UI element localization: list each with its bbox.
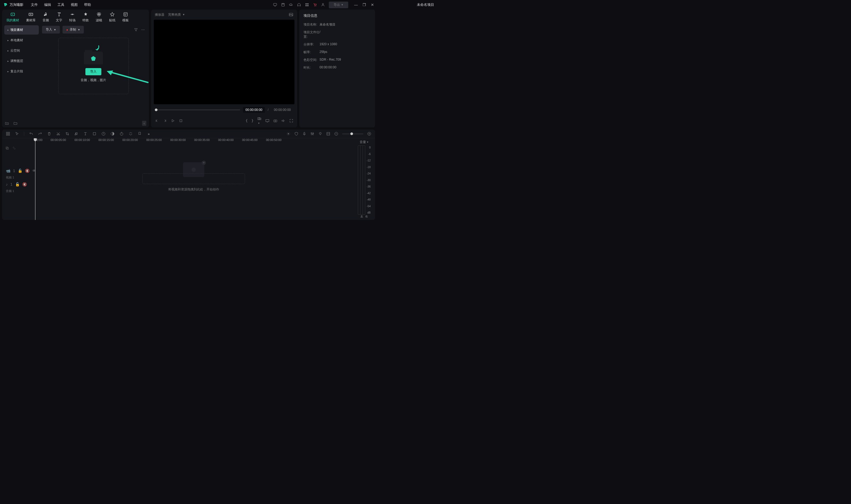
tab-templates[interactable]: 模板 (122, 12, 129, 23)
copy-icon[interactable] (5, 146, 9, 150)
cut-icon[interactable] (56, 132, 60, 136)
mark-out-icon[interactable]: } (251, 119, 254, 123)
next-frame-icon[interactable] (163, 119, 167, 123)
stop-icon[interactable] (179, 119, 183, 123)
sidebar-cloud[interactable]: 云空间 (4, 46, 39, 55)
monitor-icon[interactable] (273, 3, 277, 7)
playhead[interactable] (35, 138, 35, 220)
timer-icon[interactable] (120, 132, 124, 136)
menu-tools[interactable]: 工具 (57, 2, 65, 7)
play-icon[interactable] (171, 119, 175, 123)
speed-icon[interactable] (101, 132, 106, 136)
cursor-icon[interactable] (15, 132, 19, 136)
menu-view[interactable]: 视图 (71, 2, 78, 7)
import-dropdown[interactable]: 导入▼ (42, 26, 60, 34)
cloud-icon[interactable] (289, 3, 293, 7)
tab-transition[interactable]: 转场 (69, 12, 75, 23)
apps-icon[interactable] (305, 3, 309, 7)
svg-point-10 (315, 6, 316, 6)
preview-viewport[interactable] (154, 20, 294, 104)
export-button[interactable]: 导出▼ (329, 2, 348, 8)
tab-filters[interactable]: 滤镜 (96, 12, 102, 23)
preview-progress-bar[interactable] (155, 109, 240, 110)
tab-stock[interactable]: 素材库 (26, 12, 36, 23)
snapshot-icon[interactable] (289, 12, 293, 17)
delete-icon[interactable] (47, 132, 51, 136)
redo-icon[interactable] (38, 132, 42, 136)
menu-file[interactable]: 文件 (31, 2, 38, 7)
shape-icon[interactable] (92, 132, 96, 136)
svg-rect-4 (300, 5, 301, 6)
mic-icon[interactable] (302, 132, 306, 136)
sidebar-adjustment[interactable]: 调整图层 (4, 56, 39, 66)
mute-icon2[interactable]: 🔇 (22, 182, 27, 186)
zoom-out-icon[interactable] (334, 132, 338, 136)
close-button[interactable]: ✕ (371, 3, 374, 7)
lock-icon[interactable]: 🔓 (18, 168, 22, 173)
svg-rect-26 (266, 120, 269, 122)
menu-help[interactable]: 帮助 (84, 2, 91, 7)
zoom-in-icon[interactable] (367, 132, 372, 136)
timeline-tracks[interactable]: 00:00 00:00:05:00 00:00:10:00 00:00:15:0… (34, 138, 353, 220)
unlink-icon[interactable] (12, 146, 16, 150)
ratio-icon[interactable]: ▼ (257, 116, 261, 125)
more-icon[interactable]: ⋯ (141, 28, 145, 32)
quality-select[interactable]: 完整画质▼ (168, 13, 185, 17)
save-icon[interactable] (281, 3, 285, 7)
marker-icon[interactable] (138, 132, 142, 136)
collapse-sidebar-icon[interactable]: ‹ (142, 121, 146, 126)
import-button[interactable]: 导入 (85, 68, 101, 75)
sidebar-project-assets[interactable]: 项目素材 (4, 25, 39, 35)
user-icon[interactable] (321, 3, 325, 7)
sidebar-local-assets[interactable]: 本地素材 (4, 36, 39, 45)
lock-icon2[interactable]: 🔓 (15, 182, 20, 186)
import-dropzone[interactable]: 导入 音频，视频，图片 (58, 38, 129, 94)
tab-effects[interactable]: 特效 (83, 12, 89, 23)
filter-icon[interactable] (134, 28, 138, 32)
svg-rect-0 (273, 3, 277, 5)
color-icon[interactable] (110, 132, 115, 136)
info-label-path: 项目文件位置: (304, 30, 320, 39)
svg-rect-7 (306, 5, 307, 6)
svg-point-11 (322, 3, 324, 5)
grid-icon[interactable] (6, 132, 10, 136)
mute-icon[interactable]: 🔇 (25, 168, 30, 173)
record-dropdown[interactable]: ●录制▼ (62, 26, 84, 34)
tab-stickers[interactable]: 贴纸 (109, 12, 115, 23)
folder-icon2[interactable] (13, 121, 18, 126)
prev-frame-icon[interactable] (155, 119, 159, 123)
maximize-button[interactable]: ❐ (363, 3, 366, 7)
fullscreen-icon[interactable] (289, 119, 293, 123)
undo-icon[interactable] (29, 132, 33, 136)
zoom-slider[interactable] (342, 133, 363, 134)
new-folder-icon[interactable] (5, 121, 9, 126)
auto-icon[interactable] (286, 132, 290, 136)
music-icon[interactable] (74, 132, 78, 136)
display-icon[interactable] (265, 119, 270, 123)
app-logo: 万兴喵影 (3, 2, 23, 7)
menu-edit[interactable]: 编辑 (44, 2, 51, 7)
crop-icon[interactable] (65, 132, 69, 136)
more-tools-icon[interactable]: » (147, 132, 151, 136)
mixer-icon[interactable] (310, 132, 314, 136)
text-icon[interactable] (83, 132, 88, 136)
sidebar-compound[interactable]: 复合片段 (4, 67, 39, 76)
tab-my-assets[interactable]: 我的素材 (6, 12, 19, 23)
cart-icon[interactable] (313, 3, 317, 7)
shield-icon[interactable] (294, 132, 298, 136)
keyframe-icon[interactable] (128, 132, 133, 136)
svg-rect-6 (307, 3, 308, 4)
bulb-icon[interactable] (318, 132, 322, 136)
minimize-button[interactable]: — (354, 3, 358, 7)
expand-icon[interactable] (326, 132, 330, 136)
camera-icon[interactable] (273, 119, 277, 123)
tab-audio[interactable]: 音频 (42, 12, 49, 23)
volume-icon[interactable] (281, 119, 286, 123)
timeline-ruler[interactable]: 00:00 00:00:05:00 00:00:10:00 00:00:15:0… (34, 138, 353, 145)
mark-in-icon[interactable]: { (246, 119, 248, 123)
tab-text[interactable]: 文字 (56, 12, 62, 23)
audio-track-num: 1 (11, 182, 13, 186)
import-hint: 音频，视频，图片 (80, 78, 106, 83)
headphones-icon[interactable] (297, 3, 301, 7)
info-val-dur: 00:00:00:00 (320, 66, 336, 70)
